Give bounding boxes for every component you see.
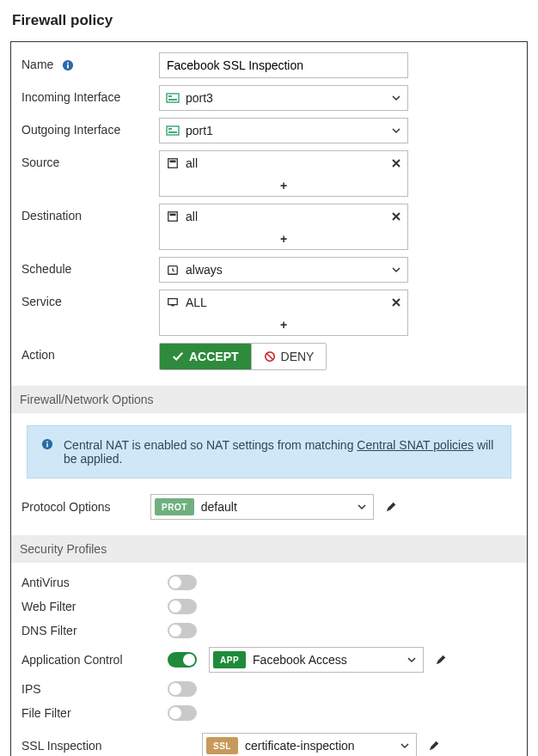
dnsfilter-toggle[interactable]: [168, 623, 197, 638]
destination-item: all: [160, 204, 407, 229]
label-filefilter: File Filter: [21, 706, 168, 720]
source-add-button[interactable]: +: [160, 175, 407, 196]
nat-info-banner: Central NAT is enabled so NAT settings f…: [27, 425, 511, 479]
sslinspect-select[interactable]: SSL certificate-inspection: [202, 733, 417, 756]
label-webfilter: Web Filter: [21, 600, 168, 613]
address-icon: [165, 155, 180, 171]
svg-rect-19: [46, 442, 48, 443]
remove-icon[interactable]: [392, 159, 400, 168]
interface-icon: [165, 90, 180, 106]
label-outgoing: Outgoing Interface: [21, 118, 159, 137]
label-source: Source: [21, 150, 159, 169]
outgoing-interface-select[interactable]: port1: [159, 118, 408, 143]
caret-down-icon: [392, 94, 400, 102]
remove-icon[interactable]: [392, 212, 400, 221]
caret-down-icon: [407, 655, 416, 664]
service-add-button[interactable]: +: [160, 314, 407, 335]
svg-rect-3: [167, 94, 179, 102]
svg-rect-14: [168, 299, 178, 305]
form-panel: Name Incoming Interface port3 Outgoin: [10, 41, 528, 756]
label-dnsfilter: DNS Filter: [21, 624, 168, 637]
remove-icon[interactable]: [392, 298, 400, 307]
caret-down-icon: [358, 503, 366, 511]
label-schedule: Schedule: [21, 257, 159, 276]
incoming-value: port3: [186, 91, 213, 105]
antivirus-toggle[interactable]: [168, 575, 197, 590]
deny-button[interactable]: DENY: [251, 344, 327, 369]
filefilter-toggle[interactable]: [168, 705, 197, 721]
banner-text-a: Central NAT is enabled so NAT settings f…: [64, 438, 357, 452]
interface-icon: [165, 123, 180, 138]
destination-add-button[interactable]: +: [160, 229, 407, 249]
webfilter-toggle[interactable]: [168, 599, 197, 614]
protocol-options-select[interactable]: PROT default: [150, 494, 374, 520]
svg-rect-10: [170, 161, 176, 163]
ssl-badge: SSL: [206, 737, 238, 754]
clock-icon: [165, 262, 180, 277]
service-multiselect[interactable]: ALL +: [159, 290, 408, 336]
appcontrol-toggle[interactable]: [168, 652, 197, 668]
label-destination: Destination: [21, 204, 159, 223]
svg-rect-9: [168, 159, 178, 168]
svg-rect-5: [168, 99, 177, 101]
address-icon: [165, 209, 180, 224]
name-input[interactable]: [159, 52, 408, 78]
outgoing-value: port1: [186, 124, 213, 137]
service-item: ALL: [160, 290, 407, 314]
prot-badge: PROT: [155, 498, 194, 515]
label-name: Name: [21, 52, 159, 71]
app-badge: APP: [213, 651, 246, 668]
label-name-text: Name: [21, 58, 53, 71]
schedule-value: always: [186, 263, 223, 277]
label-sslinspect: SSL Inspection: [21, 739, 202, 753]
destination-multiselect[interactable]: all +: [159, 204, 408, 250]
source-value: all: [186, 156, 198, 170]
label-appcontrol: Application Control: [21, 653, 168, 667]
accept-label: ACCEPT: [189, 350, 239, 363]
appcontrol-select[interactable]: APP Facebook Access: [209, 647, 424, 673]
source-multiselect[interactable]: all +: [159, 150, 408, 197]
edit-icon[interactable]: [424, 735, 444, 756]
caret-down-icon: [392, 265, 400, 274]
edit-icon[interactable]: [381, 497, 401, 517]
banner-text: Central NAT is enabled so NAT settings f…: [64, 438, 497, 466]
label-protocol-options: Protocol Options: [21, 500, 150, 514]
service-icon: [165, 295, 180, 310]
check-icon: [172, 351, 184, 363]
label-antivirus: AntiVirus: [21, 576, 168, 589]
svg-rect-6: [167, 126, 179, 135]
schedule-select[interactable]: always: [159, 257, 408, 283]
info-icon: [41, 438, 53, 466]
sslinspect-value: certificate-inspection: [245, 739, 355, 753]
incoming-interface-select[interactable]: port3: [159, 85, 408, 111]
accept-button[interactable]: ACCEPT: [160, 344, 251, 369]
caret-down-icon: [392, 126, 400, 135]
section-security-profiles: Security Profiles: [11, 535, 527, 563]
action-toggle: ACCEPT DENY: [159, 343, 327, 370]
label-ips: IPS: [21, 682, 168, 696]
svg-rect-2: [67, 63, 69, 64]
central-snat-link[interactable]: Central SNAT policies: [357, 438, 474, 452]
label-incoming: Incoming Interface: [21, 85, 159, 104]
svg-rect-8: [168, 131, 177, 133]
section-firewall-network: Firewall/Network Options: [11, 386, 527, 413]
caret-down-icon: [400, 741, 409, 750]
edit-icon[interactable]: [431, 649, 451, 670]
svg-rect-7: [168, 128, 172, 130]
deny-icon: [264, 351, 276, 363]
page-title: Firewall policy: [12, 12, 528, 29]
svg-rect-4: [168, 95, 172, 97]
svg-rect-18: [46, 443, 48, 447]
service-value: ALL: [186, 296, 207, 309]
svg-rect-15: [171, 305, 174, 307]
appcontrol-value: Facebook Access: [253, 653, 347, 667]
deny-label: DENY: [281, 350, 315, 363]
destination-value: all: [186, 210, 198, 223]
label-action: Action: [21, 343, 159, 362]
protocol-options-value: default: [201, 500, 237, 514]
svg-rect-1: [67, 64, 69, 68]
ips-toggle[interactable]: [168, 681, 197, 697]
label-service: Service: [21, 290, 159, 308]
info-icon[interactable]: [62, 59, 74, 71]
source-item: all: [160, 151, 407, 175]
